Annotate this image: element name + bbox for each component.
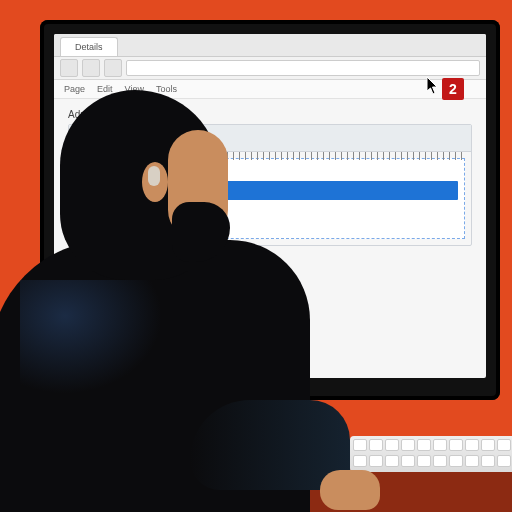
keyboard [350,436,512,472]
browser-tab[interactable]: Details [60,37,118,56]
person-silhouette [0,70,320,512]
notification-badge[interactable]: 2 [442,78,464,100]
